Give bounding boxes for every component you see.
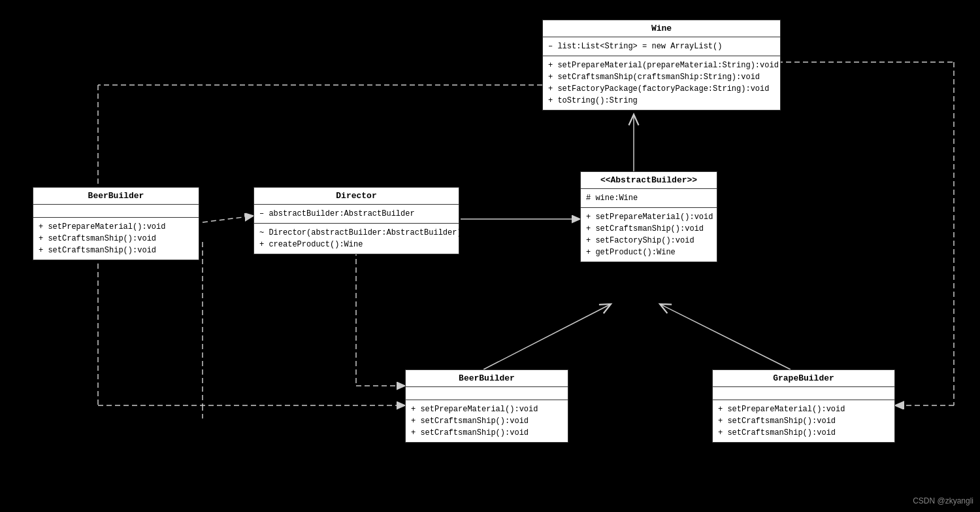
grape-builder-methods: + setPrepareMaterial():void + setCraftsm… [713,400,894,442]
beer-builder-top-method-3: + setCraftsmanShip():void [39,245,193,256]
abstract-builder-fields: # wine:Wine [581,189,717,208]
beer-builder-bottom-class: BeerBuilder + setPrepareMaterial():void … [405,369,568,443]
grape-builder-method-3: + setCraftsmanShip():void [718,427,889,439]
wine-class-methods: + setPrepareMaterial(prepareMaterial:Str… [543,56,780,110]
wine-method-4: + toString():String [548,95,775,107]
grape-builder-method-2: + setCraftsmanShip():void [718,415,889,427]
beer-builder-top-title: BeerBuilder [33,188,199,205]
wine-class-title: Wine [543,20,780,37]
svg-line-4 [483,304,611,369]
director-method-1: ~ Director(abstractBuilder:AbstractBuild… [259,227,453,239]
abstract-builder-method-3: + setFactoryShip():void [586,235,711,247]
abstract-builder-title: <<AbstractBuilder>> [581,172,717,189]
beer-builder-top-empty [33,205,199,218]
director-class: Director – abstractBuilder:AbstractBuild… [253,187,459,254]
beer-builder-top-method-1: + setPrepareMaterial():void [39,221,193,233]
watermark: CSDN @zkyangli [913,496,973,505]
director-methods: ~ Director(abstractBuilder:AbstractBuild… [254,224,459,254]
svg-line-3 [203,216,253,222]
abstract-builder-methods: + setPrepareMaterial():void + setCraftsm… [581,208,717,262]
wine-method-1: + setPrepareMaterial(prepareMaterial:Str… [548,60,775,71]
beer-builder-top-method-2: + setCraftsmanShip():void [39,233,193,245]
director-method-2: + createProduct():Wine [259,239,453,250]
beer-builder-bottom-method-2: + setCraftsmanShip():void [411,415,563,427]
abstract-builder-method-1: + setPrepareMaterial():void [586,211,711,223]
grape-builder-title: GrapeBuilder [713,370,894,387]
svg-line-5 [660,304,791,369]
beer-builder-bottom-empty [406,387,568,400]
beer-builder-bottom-methods: + setPrepareMaterial():void + setCraftsm… [406,400,568,442]
abstract-builder-field-1: # wine:Wine [586,192,711,204]
grape-builder-class: GrapeBuilder + setPrepareMaterial():void… [712,369,895,443]
beer-builder-bottom-method-3: + setCraftsmanShip():void [411,427,563,439]
beer-builder-top-class: BeerBuilder + setPrepareMaterial():void … [33,187,199,260]
director-title: Director [254,188,459,205]
wine-class-fields: – list:List<String> = new ArrayList() [543,37,780,56]
abstract-builder-method-2: + setCraftsmanShip():void [586,223,711,235]
abstract-builder-class: <<AbstractBuilder>> # wine:Wine + setPre… [580,171,717,262]
beer-builder-top-methods: + setPrepareMaterial():void + setCraftsm… [33,218,199,260]
director-field-1: – abstractBuilder:AbstractBuilder [259,208,453,220]
director-fields: – abstractBuilder:AbstractBuilder [254,205,459,224]
grape-builder-empty [713,387,894,400]
wine-class: Wine – list:List<String> = new ArrayList… [542,20,781,111]
diagram: Wine – list:List<String> = new ArrayList… [0,0,980,512]
wine-method-3: + setFactoryPackage(factoryPackage:Strin… [548,83,775,95]
grape-builder-method-1: + setPrepareMaterial():void [718,403,889,415]
beer-builder-bottom-title: BeerBuilder [406,370,568,387]
wine-field-1: – list:List<String> = new ArrayList() [548,41,775,52]
beer-builder-bottom-method-1: + setPrepareMaterial():void [411,403,563,415]
wine-method-2: + setCraftsmanShip(craftsmanShip:String)… [548,71,775,83]
abstract-builder-method-4: + getProduct():Wine [586,247,711,258]
